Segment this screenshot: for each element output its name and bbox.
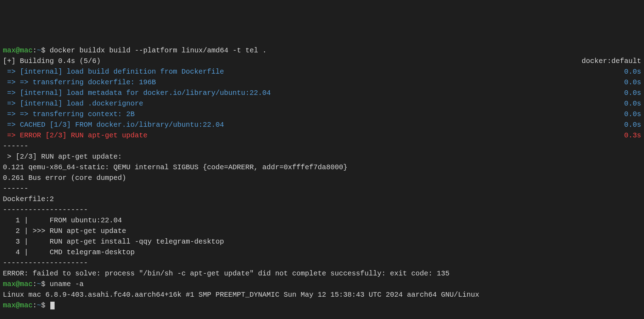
prompt-user-host: max@mac	[3, 301, 33, 309]
build-step-time: 0.0s	[624, 77, 641, 88]
command-text: uname -a	[50, 280, 84, 288]
prompt-dollar: $	[41, 280, 50, 288]
build-step: => CACHED [1/3] FROM docker.io/library/u…	[3, 120, 641, 130]
build-step: => ERROR [2/3] RUN apt-get update0.3s	[3, 130, 641, 141]
dockerfile-label: Dockerfile:2	[3, 194, 641, 205]
dockerfile-line: 1 | FROM ubuntu:22.04	[3, 215, 641, 226]
prompt-line-3: max@mac:~$	[3, 300, 641, 311]
build-step: => [internal] load build definition from…	[3, 67, 641, 77]
prompt-line-1: max@mac:~$ docker buildx build --platfor…	[3, 45, 641, 56]
dockerfile-listing: 1 | FROM ubuntu:22.04 2 | >>> RUN apt-ge…	[3, 215, 641, 258]
uname-output: Linux mac 6.8.9-403.asahi.fc40.aarch64+1…	[3, 290, 641, 300]
dockerfile-line: 3 | RUN apt-get install -qqy telegram-de…	[3, 237, 641, 247]
build-step: => => transferring dockerfile: 196B0.0s	[3, 77, 641, 88]
prompt-user-host: max@mac	[3, 280, 33, 288]
divider: --------------------	[3, 258, 641, 268]
prompt-path: ~	[37, 301, 41, 309]
build-step-time: 0.0s	[624, 88, 641, 98]
build-step-text: => [internal] load metadata for docker.i…	[3, 88, 271, 98]
build-step-time: 0.0s	[624, 109, 641, 120]
build-step-text: => [internal] load build definition from…	[3, 67, 224, 77]
qemu-error-line: 0.121 qemu-x86_64-static: QEMU internal …	[3, 162, 641, 173]
command-text: docker buildx build --platform linux/amd…	[50, 46, 267, 55]
prompt-path: ~	[37, 46, 41, 55]
build-step: => [internal] load .dockerignore0.0s	[3, 98, 641, 109]
prompt-path: ~	[37, 280, 41, 288]
dockerfile-line: 4 | CMD telegram-desktop	[3, 247, 641, 258]
build-step-text: => ERROR [2/3] RUN apt-get update	[3, 130, 147, 141]
prompt-line-2: max@mac:~$ uname -a	[3, 279, 641, 290]
divider: --------------------	[3, 205, 641, 215]
final-error: ERROR: failed to solve: process "/bin/sh…	[3, 268, 641, 279]
prompt-colon: :	[33, 46, 37, 55]
build-step-text: => [internal] load .dockerignore	[3, 98, 143, 109]
prompt-user-host: max@mac	[3, 46, 33, 55]
build-step-text: => CACHED [1/3] FROM docker.io/library/u…	[3, 120, 224, 130]
bus-error-line: 0.261 Bus error (core dumped)	[3, 173, 641, 183]
prompt-colon: :	[33, 301, 37, 309]
build-status: [+] Building 0.4s (5/6)	[3, 56, 101, 67]
build-step-time: 0.0s	[624, 67, 641, 77]
build-driver: docker:default	[582, 56, 641, 67]
prompt-colon: :	[33, 280, 37, 288]
build-step: => [internal] load metadata for docker.i…	[3, 88, 641, 98]
dockerfile-line: 2 | >>> RUN apt-get update	[3, 226, 641, 237]
build-step: => => transferring context: 2B0.0s	[3, 109, 641, 120]
build-step-time: 0.0s	[624, 120, 641, 130]
error-step-header: > [2/3] RUN apt-get update:	[3, 152, 641, 162]
build-step-text: => => transferring dockerfile: 196B	[3, 77, 156, 88]
build-steps: => [internal] load build definition from…	[3, 67, 641, 141]
divider: ------	[3, 141, 641, 152]
divider: ------	[3, 183, 641, 194]
prompt-dollar: $	[41, 46, 50, 55]
cursor	[50, 302, 55, 309]
build-step-time: 0.0s	[624, 98, 641, 109]
terminal-output[interactable]: max@mac:~$ docker buildx build --platfor…	[3, 45, 641, 311]
prompt-dollar: $	[41, 301, 50, 309]
build-step-time: 0.3s	[624, 130, 641, 141]
build-step-text: => => transferring context: 2B	[3, 109, 135, 120]
build-header-line: [+] Building 0.4s (5/6)docker:default	[3, 56, 641, 67]
